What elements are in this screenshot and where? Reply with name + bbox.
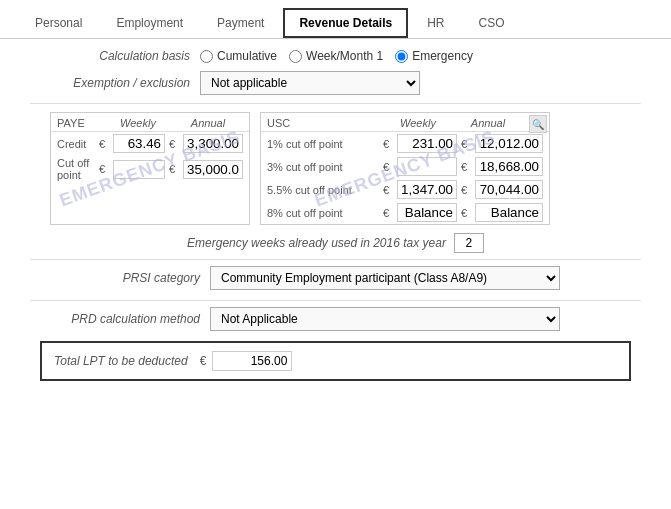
usc-3pct-weekly[interactable] [397,157,457,176]
paye-weekly-header: Weekly [103,117,173,129]
prd-row: PRD calculation method Not Applicable [30,307,641,331]
tax-tables-container: PAYE Weekly Annual Credit € 63.46 € Cut … [30,112,641,225]
prd-label: PRD calculation method [30,312,200,326]
usc-table: USC Weekly Annual 1% cut off point € € 3… [260,112,550,225]
paye-cutoff-annual[interactable] [183,160,243,179]
lpt-value-input[interactable] [212,351,292,371]
tab-payment[interactable]: Payment [202,8,279,38]
radio-cumulative-label: Cumulative [217,49,277,63]
tab-employment[interactable]: Employment [101,8,198,38]
prsi-row: PRSI category Community Employment parti… [30,266,641,290]
paye-cutoff-weekly[interactable] [113,160,165,179]
usc-8pct-row: 8% cut off point € € [261,201,549,224]
usc-zoom-icon[interactable]: 🔍 [529,115,547,133]
usc-1pct-weekly[interactable] [397,134,457,153]
tab-hr[interactable]: HR [412,8,459,38]
usc-weekly-header: Weekly [383,117,453,129]
emergency-weeks-row: Emergency weeks already used in 2016 tax… [30,233,641,253]
paye-table: PAYE Weekly Annual Credit € 63.46 € Cut … [50,112,250,225]
radio-week-month-1[interactable]: Week/Month 1 [289,49,383,63]
usc-1pct-annual[interactable] [475,134,543,153]
prsi-select[interactable]: Community Employment participant (Class … [210,266,560,290]
usc-3pct-row: 3% cut off point € € [261,155,549,178]
usc-8pct-label: 8% cut off point [267,207,383,219]
radio-cumulative-input[interactable] [200,50,213,63]
paye-cutoff-row: Cut off point € € [51,155,249,183]
paye-credit-weekly[interactable]: 63.46 [113,134,165,153]
exemption-label: Exemption / exclusion [30,76,190,90]
paye-cutoff-label: Cut off point [57,157,99,181]
usc-1pct-annual-curr: € [461,138,475,150]
usc-title: USC [267,117,383,129]
paye-cutoff-curr: € [99,163,113,175]
usc-55pct-annual[interactable] [475,180,543,199]
usc-8pct-weekly[interactable] [397,203,457,222]
paye-title: PAYE [57,117,103,129]
prd-select[interactable]: Not Applicable [210,307,560,331]
paye-credit-row: Credit € 63.46 € [51,132,249,155]
lpt-currency: € [200,354,207,368]
emergency-weeks-label: Emergency weeks already used in 2016 tax… [187,236,446,250]
radio-emergency[interactable]: Emergency [395,49,473,63]
divider-3 [30,300,641,301]
calculation-basis-label: Calculation basis [30,49,190,63]
lpt-label: Total LPT to be deducted [54,354,188,368]
paye-header: PAYE Weekly Annual [51,113,249,132]
lpt-box: Total LPT to be deducted € [40,341,631,381]
paye-credit-label: Credit [57,138,99,150]
exemption-row: Exemption / exclusion Not applicable [30,71,641,95]
paye-credit-annual[interactable] [183,134,243,153]
calculation-basis-row: Calculation basis Cumulative Week/Month … [30,49,641,63]
usc-55pct-weekly[interactable] [397,180,457,199]
radio-emergency-label: Emergency [412,49,473,63]
usc-8pct-annual[interactable] [475,203,543,222]
paye-credit-annual-curr: € [169,138,183,150]
usc-55pct-label: 5.5% cut off point [267,184,383,196]
main-content: Calculation basis Cumulative Week/Month … [0,39,671,391]
emergency-weeks-input[interactable] [454,233,484,253]
exemption-select[interactable]: Not applicable [200,71,420,95]
radio-week-month-1-label: Week/Month 1 [306,49,383,63]
tab-revenue-details[interactable]: Revenue Details [283,8,408,38]
usc-annual-header: Annual [453,117,523,129]
paye-credit-curr: € [99,138,113,150]
usc-1pct-curr: € [383,138,397,150]
usc-55pct-curr: € [383,184,397,196]
radio-cumulative[interactable]: Cumulative [200,49,277,63]
paye-cutoff-annual-curr: € [169,163,183,175]
radio-emergency-input[interactable] [395,50,408,63]
usc-55pct-annual-curr: € [461,184,475,196]
usc-3pct-curr: € [383,161,397,173]
tab-personal[interactable]: Personal [20,8,97,38]
usc-1pct-row: 1% cut off point € € [261,132,549,155]
tab-cso[interactable]: CSO [464,8,520,38]
usc-header: USC Weekly Annual [261,113,549,132]
prsi-label: PRSI category [30,271,200,285]
usc-3pct-annual[interactable] [475,157,543,176]
usc-3pct-annual-curr: € [461,161,475,173]
usc-8pct-curr: € [383,207,397,219]
paye-annual-header: Annual [173,117,243,129]
usc-8pct-annual-curr: € [461,207,475,219]
usc-1pct-label: 1% cut off point [267,138,383,150]
usc-3pct-label: 3% cut off point [267,161,383,173]
tab-bar: Personal Employment Payment Revenue Deta… [0,0,671,39]
divider-1 [30,103,641,104]
radio-week-month-1-input[interactable] [289,50,302,63]
usc-55pct-row: 5.5% cut off point € € [261,178,549,201]
divider-2 [30,259,641,260]
calculation-basis-radio-group: Cumulative Week/Month 1 Emergency [200,49,473,63]
